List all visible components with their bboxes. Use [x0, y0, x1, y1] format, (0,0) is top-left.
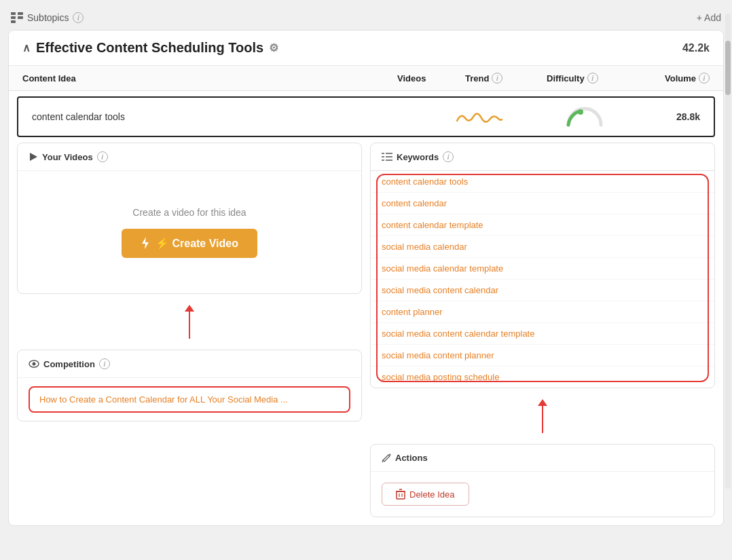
svg-rect-17	[397, 491, 405, 499]
keyword-item[interactable]: content calendar template	[371, 214, 714, 236]
top-bar: Subtopics i + Add	[8, 8, 724, 30]
svg-point-5	[578, 109, 583, 115]
subtopics-label: Subtopics i	[11, 12, 84, 23]
svg-marker-7	[142, 237, 149, 249]
your-videos-header: Your Videos i	[18, 143, 361, 171]
col-header-videos: Videos	[397, 73, 465, 83]
keyword-item[interactable]: social media posting schedule	[371, 367, 714, 388]
svg-rect-2	[11, 16, 16, 19]
lightning-icon	[141, 237, 150, 249]
subtopics-icon	[11, 12, 23, 23]
competition-arrow	[17, 302, 362, 341]
trend-info-icon[interactable]: i	[492, 73, 502, 83]
keyword-item[interactable]: social media content planner	[371, 345, 714, 367]
table-header: Content Idea Videos Trend i Difficulty i…	[9, 66, 723, 91]
keyword-item[interactable]: social media content calendar	[371, 280, 714, 301]
competition-panel: Competition i How to Create a Content Ca…	[17, 350, 362, 422]
delete-idea-label: Delete Idea	[409, 489, 455, 500]
collapse-icon[interactable]: ∧	[22, 41, 31, 54]
create-video-text: Create a video for this idea	[132, 207, 246, 218]
col-header-difficulty: Difficulty i	[547, 73, 642, 83]
competition-body: How to Create a Content Calendar for ALL…	[18, 378, 361, 421]
svg-rect-3	[18, 16, 23, 19]
main-card-title: ∧ Effective Content Scheduling Tools ⚙	[22, 40, 278, 56]
keyword-item[interactable]: content calendar tools	[371, 171, 714, 193]
delete-idea-button[interactable]: Delete Idea	[382, 483, 469, 506]
keyword-item[interactable]: social media calendar	[371, 236, 714, 258]
actions-panel: Actions Delete Idea	[370, 444, 715, 517]
scrollbar[interactable]	[725, 14, 731, 489]
svg-rect-0	[11, 12, 16, 15]
card-title-text: Effective Content Scheduling Tools	[36, 40, 263, 56]
row-content-idea: content calendar tools	[32, 111, 388, 122]
bottom-grid: Your Videos i Create a video for this id…	[9, 143, 723, 525]
list-icon	[382, 152, 392, 162]
volume-info-icon[interactable]: i	[699, 73, 710, 83]
actions-header: Actions	[371, 445, 714, 472]
row-trend	[456, 107, 537, 126]
keywords-info-icon[interactable]: i	[443, 151, 454, 162]
your-videos-panel: Your Videos i Create a video for this id…	[17, 143, 362, 294]
keywords-list: content calendar toolscontent calendarco…	[371, 171, 714, 388]
settings-icon[interactable]: ⚙	[269, 41, 278, 54]
subtopics-info-icon[interactable]: i	[73, 12, 84, 23]
competition-item[interactable]: How to Create a Content Calendar for ALL…	[29, 386, 350, 413]
col-header-trend: Trend i	[465, 73, 547, 83]
keyword-item[interactable]: social media calendar template	[371, 258, 714, 280]
main-card: ∧ Effective Content Scheduling Tools ⚙ 4…	[8, 30, 724, 526]
trend-squiggle-icon	[456, 107, 503, 126]
col-header-volume: Volume i	[642, 73, 710, 83]
keyword-item[interactable]: content calendar	[371, 193, 714, 214]
actions-body: Delete Idea	[371, 472, 714, 517]
eye-icon	[29, 360, 39, 368]
create-video-label: ⚡ Create Video	[155, 237, 238, 250]
play-icon	[29, 152, 38, 162]
scrollbar-thumb[interactable]	[725, 41, 731, 95]
your-videos-body: Create a video for this idea ⚡ Create Vi…	[18, 171, 361, 293]
pencil-icon	[382, 453, 391, 463]
difficulty-gauge-icon	[566, 106, 604, 128]
main-card-header: ∧ Effective Content Scheduling Tools ⚙ 4…	[9, 31, 723, 66]
left-column: Your Videos i Create a video for this id…	[17, 143, 362, 517]
svg-point-9	[33, 362, 36, 366]
svg-line-16	[382, 460, 383, 462]
add-button[interactable]: + Add	[697, 12, 721, 23]
keywords-header: Keywords i	[371, 143, 714, 171]
keyword-item[interactable]: content planner	[371, 301, 714, 323]
create-video-button[interactable]: ⚡ Create Video	[122, 229, 257, 258]
competition-info-icon[interactable]: i	[99, 358, 110, 369]
svg-marker-6	[30, 153, 37, 161]
card-volume: 42.2k	[682, 42, 710, 54]
competition-header: Competition i	[18, 350, 361, 378]
svg-rect-4	[11, 20, 16, 23]
row-difficulty	[537, 106, 632, 128]
col-header-content-idea: Content Idea	[22, 73, 397, 83]
svg-rect-1	[18, 12, 23, 15]
row-volume: 28.8k	[632, 111, 700, 122]
right-column: Keywords i content calendar toolscontent…	[370, 143, 715, 517]
trash-icon	[396, 489, 405, 500]
table-row[interactable]: content calendar tools 28.8k	[17, 96, 715, 137]
keywords-arrow	[370, 396, 715, 436]
keywords-panel: Keywords i content calendar toolscontent…	[370, 143, 715, 388]
videos-info-icon[interactable]: i	[97, 151, 108, 162]
difficulty-info-icon[interactable]: i	[587, 73, 598, 83]
keyword-item[interactable]: social media content calendar template	[371, 323, 714, 345]
